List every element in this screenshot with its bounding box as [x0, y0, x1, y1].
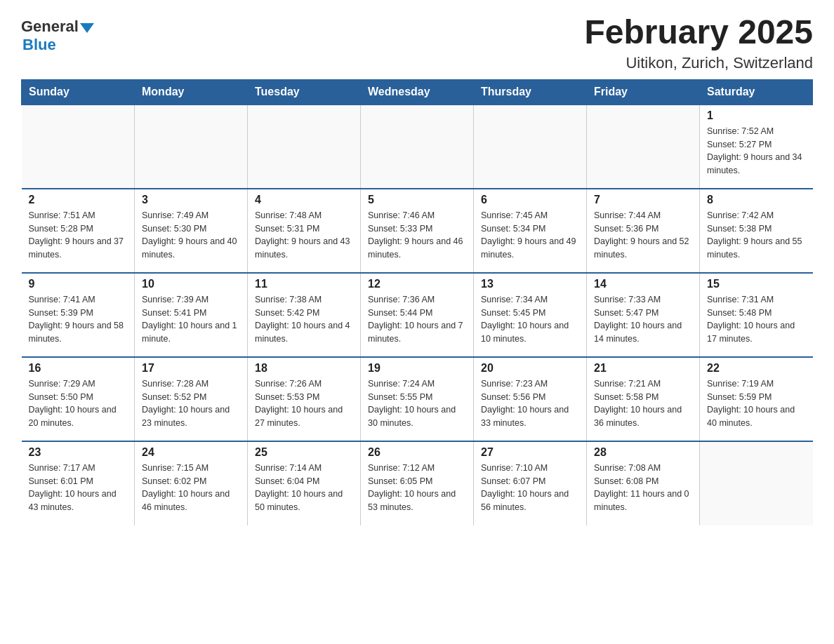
header-sunday: Sunday [22, 79, 135, 105]
day-number: 28 [594, 446, 692, 459]
day-info: Sunrise: 7:42 AMSunset: 5:38 PMDaylight:… [707, 209, 806, 262]
day-info: Sunrise: 7:15 AMSunset: 6:02 PMDaylight:… [142, 462, 240, 514]
table-row [22, 105, 135, 189]
header-friday: Friday [587, 79, 700, 105]
day-info: Sunrise: 7:14 AMSunset: 6:04 PMDaylight:… [255, 462, 353, 514]
day-number: 11 [255, 278, 353, 290]
day-info: Sunrise: 7:45 AMSunset: 5:34 PMDaylight:… [481, 209, 579, 262]
table-row [700, 441, 813, 525]
table-row: 26Sunrise: 7:12 AMSunset: 6:05 PMDayligh… [361, 441, 474, 525]
day-info: Sunrise: 7:08 AMSunset: 6:08 PMDaylight:… [594, 462, 692, 514]
day-number: 25 [255, 446, 353, 459]
day-info: Sunrise: 7:36 AMSunset: 5:44 PMDaylight:… [368, 293, 466, 346]
day-number: 16 [29, 362, 128, 375]
table-row [135, 105, 248, 189]
day-number: 15 [707, 278, 806, 290]
table-row: 24Sunrise: 7:15 AMSunset: 6:02 PMDayligh… [135, 441, 248, 525]
header-wednesday: Wednesday [361, 79, 474, 105]
day-number: 24 [142, 446, 240, 459]
table-row: 12Sunrise: 7:36 AMSunset: 5:44 PMDayligh… [361, 273, 474, 357]
table-row: 13Sunrise: 7:34 AMSunset: 5:45 PMDayligh… [474, 273, 587, 357]
day-number: 5 [368, 194, 466, 206]
table-row [361, 105, 474, 189]
day-number: 6 [481, 194, 579, 206]
table-row [474, 105, 587, 189]
day-number: 4 [255, 194, 353, 206]
day-number: 14 [594, 278, 692, 290]
table-row: 15Sunrise: 7:31 AMSunset: 5:48 PMDayligh… [700, 273, 813, 357]
day-number: 8 [707, 194, 806, 206]
day-info: Sunrise: 7:26 AMSunset: 5:53 PMDaylight:… [255, 377, 353, 430]
table-row: 2Sunrise: 7:51 AMSunset: 5:28 PMDaylight… [22, 189, 135, 273]
logo-arrow-icon [80, 23, 94, 33]
logo-blue-text: Blue [22, 36, 56, 53]
calendar-week-row: 23Sunrise: 7:17 AMSunset: 6:01 PMDayligh… [22, 441, 813, 525]
day-info: Sunrise: 7:38 AMSunset: 5:42 PMDaylight:… [255, 293, 353, 346]
day-number: 3 [142, 194, 240, 206]
day-info: Sunrise: 7:49 AMSunset: 5:30 PMDaylight:… [142, 209, 240, 262]
table-row: 1Sunrise: 7:52 AMSunset: 5:27 PMDaylight… [700, 105, 813, 189]
table-row: 11Sunrise: 7:38 AMSunset: 5:42 PMDayligh… [248, 273, 361, 357]
table-row: 16Sunrise: 7:29 AMSunset: 5:50 PMDayligh… [22, 357, 135, 441]
header-thursday: Thursday [474, 79, 587, 105]
table-row [248, 105, 361, 189]
day-info: Sunrise: 7:31 AMSunset: 5:48 PMDaylight:… [707, 293, 806, 346]
calendar-week-row: 2Sunrise: 7:51 AMSunset: 5:28 PMDaylight… [22, 189, 813, 273]
day-info: Sunrise: 7:24 AMSunset: 5:55 PMDaylight:… [368, 377, 466, 430]
table-row: 4Sunrise: 7:48 AMSunset: 5:31 PMDaylight… [248, 189, 361, 273]
day-number: 21 [594, 362, 692, 375]
day-number: 19 [368, 362, 466, 375]
day-number: 20 [481, 362, 579, 375]
logo: General Blue [21, 14, 95, 54]
header-saturday: Saturday [700, 79, 813, 105]
day-number: 7 [594, 194, 692, 206]
calendar-week-row: 16Sunrise: 7:29 AMSunset: 5:50 PMDayligh… [22, 357, 813, 441]
day-info: Sunrise: 7:17 AMSunset: 6:01 PMDaylight:… [29, 462, 128, 514]
day-number: 22 [707, 362, 806, 375]
day-info: Sunrise: 7:34 AMSunset: 5:45 PMDaylight:… [481, 293, 579, 346]
day-number: 13 [481, 278, 579, 290]
day-number: 9 [29, 278, 128, 290]
day-info: Sunrise: 7:23 AMSunset: 5:56 PMDaylight:… [481, 377, 579, 430]
calendar-week-row: 9Sunrise: 7:41 AMSunset: 5:39 PMDaylight… [22, 273, 813, 357]
day-info: Sunrise: 7:41 AMSunset: 5:39 PMDaylight:… [29, 293, 128, 346]
calendar-header-row: Sunday Monday Tuesday Wednesday Thursday… [22, 79, 813, 105]
day-info: Sunrise: 7:44 AMSunset: 5:36 PMDaylight:… [594, 209, 692, 262]
day-info: Sunrise: 7:12 AMSunset: 6:05 PMDaylight:… [368, 462, 466, 514]
day-number: 23 [29, 446, 128, 459]
day-number: 1 [707, 109, 806, 122]
day-info: Sunrise: 7:28 AMSunset: 5:52 PMDaylight:… [142, 377, 240, 430]
table-row: 25Sunrise: 7:14 AMSunset: 6:04 PMDayligh… [248, 441, 361, 525]
calendar-week-row: 1Sunrise: 7:52 AMSunset: 5:27 PMDaylight… [22, 105, 813, 189]
day-info: Sunrise: 7:29 AMSunset: 5:50 PMDaylight:… [29, 377, 128, 430]
table-row: 8Sunrise: 7:42 AMSunset: 5:38 PMDaylight… [700, 189, 813, 273]
day-info: Sunrise: 7:48 AMSunset: 5:31 PMDaylight:… [255, 209, 353, 262]
header-monday: Monday [135, 79, 248, 105]
day-info: Sunrise: 7:52 AMSunset: 5:27 PMDaylight:… [707, 125, 806, 177]
day-number: 17 [142, 362, 240, 375]
table-row: 23Sunrise: 7:17 AMSunset: 6:01 PMDayligh… [22, 441, 135, 525]
table-row: 17Sunrise: 7:28 AMSunset: 5:52 PMDayligh… [135, 357, 248, 441]
day-number: 12 [368, 278, 466, 290]
table-row: 27Sunrise: 7:10 AMSunset: 6:07 PMDayligh… [474, 441, 587, 525]
table-row: 21Sunrise: 7:21 AMSunset: 5:58 PMDayligh… [587, 357, 700, 441]
table-row: 19Sunrise: 7:24 AMSunset: 5:55 PMDayligh… [361, 357, 474, 441]
calendar-table: Sunday Monday Tuesday Wednesday Thursday… [21, 79, 813, 525]
header-tuesday: Tuesday [248, 79, 361, 105]
table-row: 3Sunrise: 7:49 AMSunset: 5:30 PMDaylight… [135, 189, 248, 273]
day-info: Sunrise: 7:19 AMSunset: 5:59 PMDaylight:… [707, 377, 806, 430]
page-header: General Blue February 2025 Uitikon, Zuri… [21, 14, 813, 72]
day-info: Sunrise: 7:39 AMSunset: 5:41 PMDaylight:… [142, 293, 240, 346]
table-row: 22Sunrise: 7:19 AMSunset: 5:59 PMDayligh… [700, 357, 813, 441]
logo-general-text: General [21, 18, 79, 36]
day-info: Sunrise: 7:46 AMSunset: 5:33 PMDaylight:… [368, 209, 466, 262]
day-info: Sunrise: 7:33 AMSunset: 5:47 PMDaylight:… [594, 293, 692, 346]
table-row: 20Sunrise: 7:23 AMSunset: 5:56 PMDayligh… [474, 357, 587, 441]
table-row: 5Sunrise: 7:46 AMSunset: 5:33 PMDaylight… [361, 189, 474, 273]
title-section: February 2025 Uitikon, Zurich, Switzerla… [584, 14, 813, 72]
day-number: 10 [142, 278, 240, 290]
day-number: 27 [481, 446, 579, 459]
day-number: 26 [368, 446, 466, 459]
table-row: 6Sunrise: 7:45 AMSunset: 5:34 PMDaylight… [474, 189, 587, 273]
location-text: Uitikon, Zurich, Switzerland [584, 54, 813, 72]
